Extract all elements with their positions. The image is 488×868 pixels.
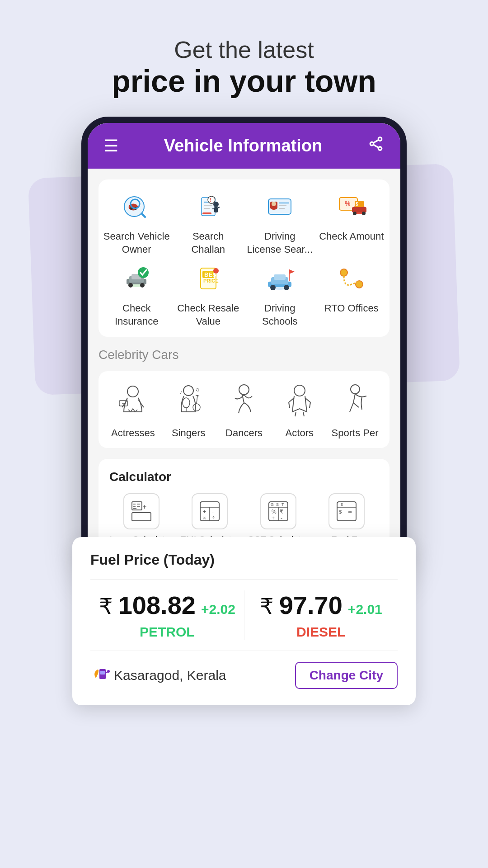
svg-text:$: $ <box>339 509 342 514</box>
svg-line-69 <box>197 395 197 404</box>
phone-content: Search Vehicle Owner ! <box>88 169 400 567</box>
svg-point-43 <box>138 267 149 278</box>
celebrity-item-actor[interactable]: Actors <box>274 380 325 439</box>
petrol-amount: 108.82 <box>118 590 196 620</box>
svg-line-80 <box>303 412 304 416</box>
svg-point-24 <box>272 202 276 206</box>
phone-frame: ☰ Vehicle Information <box>81 117 407 573</box>
svg-rect-113 <box>100 671 105 675</box>
check-amount-label: Check Amount <box>319 230 384 243</box>
hamburger-icon[interactable]: ☰ <box>104 137 118 156</box>
driving-schools-label: Driving Schools <box>246 302 314 328</box>
change-city-button[interactable]: Change City <box>295 662 398 689</box>
svg-text:₹: ₹ <box>280 509 283 515</box>
celebrity-title: Celebrity Cars <box>99 348 389 362</box>
fuel-pin-icon <box>90 665 108 687</box>
emi-calculator-icon: + - × ÷ <box>192 493 228 529</box>
hero-subtitle: Get the latest <box>112 36 376 63</box>
driving-license-icon <box>262 189 298 225</box>
svg-point-0 <box>378 137 382 141</box>
dancer-icon <box>224 380 264 421</box>
celebrity-item-singer[interactable]: ♪ ♫ Singers <box>163 380 214 439</box>
driving-schools-icon <box>262 260 298 297</box>
gst-calculator-icon: G S T % ₹ + - <box>260 493 296 529</box>
city-info: Kasaragod, Kerala <box>90 665 226 687</box>
actor-icon <box>279 380 320 421</box>
actress-label: Actresses <box>111 427 155 439</box>
svg-text:PRICE: PRICE <box>203 278 219 283</box>
celebrity-card: Actresses <box>99 371 389 448</box>
hero-section: Get the latest price in your town <box>112 36 376 99</box>
celebrity-item-dancer[interactable]: Dancers <box>219 380 270 439</box>
driving-license-label: Driving License Sear... <box>246 230 314 256</box>
svg-rect-17 <box>202 212 211 214</box>
svg-line-78 <box>310 402 310 408</box>
svg-text:S: S <box>276 502 279 507</box>
check-insurance-label: Check Insurance <box>103 302 170 328</box>
svg-point-15 <box>208 196 215 203</box>
app-header: ☰ Vehicle Information <box>88 123 400 169</box>
svg-text:-: - <box>281 515 282 521</box>
petrol-column: ₹ 108.82 +2.02 PETROL <box>90 590 244 640</box>
svg-line-3 <box>374 140 379 143</box>
svg-point-68 <box>193 404 200 411</box>
svg-text:⇔: ⇔ <box>348 509 352 514</box>
fuel-prices: ₹ 108.82 +2.02 PETROL ₹ 97.70 +2.01 DIES… <box>90 579 398 651</box>
svg-point-74 <box>294 385 305 396</box>
diesel-rupee: ₹ <box>260 594 274 619</box>
grid-section: Search Vehicle Owner ! <box>88 169 400 337</box>
search-challan-label: Search Challan <box>175 230 242 256</box>
svg-point-81 <box>351 385 360 394</box>
check-amount-icon: % $ <box>333 189 370 225</box>
search-vehicle-icon <box>118 189 155 225</box>
svg-line-79 <box>295 412 296 416</box>
grid-item-check-amount[interactable]: % $ Check Amount <box>318 189 385 256</box>
fuel-card: Fuel Price (Today) ₹ 108.82 +2.02 PETROL… <box>72 537 416 705</box>
svg-line-70 <box>196 395 199 396</box>
grid-item-rto-offices[interactable]: RTO Offices <box>318 260 385 328</box>
svg-text:÷: ÷ <box>212 515 215 521</box>
svg-text:+: + <box>143 503 146 510</box>
check-insurance-icon <box>118 260 155 297</box>
svg-point-64 <box>183 386 193 396</box>
actress-icon <box>113 380 153 421</box>
svg-point-48 <box>213 268 219 274</box>
svg-point-115 <box>107 670 110 673</box>
svg-point-59 <box>127 386 138 397</box>
svg-point-2 <box>378 147 382 151</box>
grid-item-driving-schools[interactable]: Driving Schools <box>246 260 314 328</box>
search-vehicle-label: Search Vehicle Owner <box>103 230 170 256</box>
svg-point-57 <box>340 269 347 276</box>
svg-point-65 <box>183 398 190 408</box>
svg-rect-89 <box>132 513 151 521</box>
grid-item-driving-license[interactable]: Driving License Sear... <box>246 189 314 256</box>
fuel-card-title: Fuel Price (Today) <box>90 552 398 568</box>
grid-item-search-vehicle[interactable]: Search Vehicle Owner <box>103 189 170 256</box>
svg-line-4 <box>374 145 379 147</box>
svg-text:×: × <box>203 515 206 521</box>
svg-text:%: % <box>272 509 277 515</box>
svg-point-54 <box>284 285 289 290</box>
celebrity-item-sports[interactable]: Sports Per <box>329 380 380 439</box>
sports-icon <box>335 380 375 421</box>
svg-text:-: - <box>212 509 214 515</box>
actor-label: Actors <box>286 427 314 439</box>
celebrity-item-actress[interactable]: Actresses <box>108 380 159 439</box>
share-icon[interactable] <box>368 136 384 156</box>
singer-icon: ♪ ♫ <box>168 380 209 421</box>
svg-line-77 <box>289 402 290 408</box>
grid-item-check-insurance[interactable]: Check Insurance <box>103 260 170 328</box>
resale-value-icon: BEST PRICE <box>190 260 226 297</box>
singer-label: Singers <box>172 427 206 439</box>
grid-item-search-challan[interactable]: ! Search Challan <box>175 189 242 256</box>
celebrity-section: Celebrity Cars <box>88 337 400 459</box>
rto-offices-icon <box>333 260 370 297</box>
diesel-column: ₹ 97.70 +2.01 DIESEL <box>244 590 398 640</box>
fuel-footer: Kasaragod, Kerala Change City <box>90 662 398 689</box>
calculator-title: Calculator <box>109 470 379 484</box>
svg-point-73 <box>239 385 249 395</box>
svg-point-39 <box>128 283 133 288</box>
svg-line-9 <box>141 213 145 217</box>
svg-point-33 <box>353 212 357 215</box>
grid-item-resale-value[interactable]: BEST PRICE Check Resale Value <box>175 260 242 328</box>
